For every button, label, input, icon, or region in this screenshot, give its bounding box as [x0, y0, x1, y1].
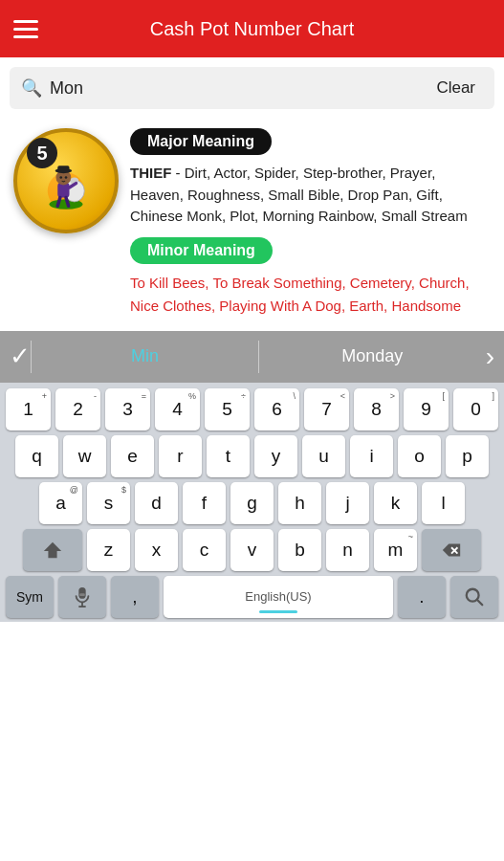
autocomplete-word-monday[interactable]: Monday [259, 346, 486, 366]
key-q[interactable]: q [15, 435, 58, 477]
keyboard: +1 -2 =3 %4 ÷5 \6 <7 >8 [9 ]0 q w e r t … [0, 383, 504, 622]
search-bar: 🔍 Clear [10, 67, 494, 109]
content-area: 5 [0, 119, 504, 327]
key-r[interactable]: r [159, 435, 202, 477]
coin-outer: 5 [13, 128, 119, 233]
backspace-key[interactable] [422, 529, 481, 571]
key-i[interactable]: i [350, 435, 393, 477]
key-t[interactable]: t [207, 435, 250, 477]
svg-rect-15 [78, 586, 85, 598]
key-3[interactable]: =3 [105, 388, 150, 430]
key-x[interactable]: x [135, 529, 178, 571]
key-k[interactable]: k [374, 482, 417, 524]
mic-icon [74, 586, 91, 607]
hamburger-icon[interactable] [13, 20, 38, 38]
key-c[interactable]: c [183, 529, 226, 571]
key-z[interactable]: z [87, 529, 130, 571]
key-e[interactable]: e [111, 435, 154, 477]
bottom-row: Sym , English(US) . [3, 576, 501, 618]
key-d[interactable]: d [135, 482, 178, 524]
major-badge: Major Meaning [130, 128, 272, 155]
shift-icon [42, 540, 63, 561]
key-w[interactable]: w [63, 435, 106, 477]
key-4[interactable]: %4 [155, 388, 200, 430]
key-m[interactable]: ~m [374, 529, 417, 571]
key-1[interactable]: +1 [6, 388, 51, 430]
backspace-icon [441, 541, 462, 559]
major-text: THIEF - Dirt, Actor, Spider, Step-brothe… [130, 163, 491, 228]
app-header: Cash Pot Number Chart [0, 0, 504, 57]
svg-rect-7 [57, 166, 69, 172]
meanings-area: Major Meaning THIEF - Dirt, Actor, Spide… [130, 128, 491, 318]
row2: @a $s d f g h j k l [3, 482, 501, 524]
key-g[interactable]: g [230, 482, 274, 524]
search-action-icon [464, 586, 485, 607]
major-description: - Dirt, Actor, Spider, Step-brother, Pra… [130, 165, 468, 224]
autocomplete-word-min[interactable]: Min [32, 346, 258, 366]
number-row: +1 -2 =3 %4 ÷5 \6 <7 >8 [9 ]0 [3, 388, 501, 430]
major-keyword: THIEF [130, 165, 171, 181]
key-j[interactable]: j [326, 482, 369, 524]
key-n[interactable]: n [326, 529, 369, 571]
key-8[interactable]: >8 [354, 388, 399, 430]
clear-button[interactable]: Clear [428, 75, 483, 101]
header-title: Cash Pot Number Chart [54, 18, 450, 40]
autocomplete-accept[interactable]: ✓ [10, 342, 31, 371]
period-key[interactable]: . [398, 576, 446, 618]
key-s[interactable]: $s [87, 482, 130, 524]
coin-badge: 5 [13, 128, 119, 233]
sym-label: Sym [16, 590, 43, 604]
key-a[interactable]: @a [39, 482, 82, 524]
key-2[interactable]: -2 [55, 388, 100, 430]
key-5[interactable]: ÷5 [205, 388, 250, 430]
key-0[interactable]: ]0 [453, 388, 498, 430]
mic-key[interactable] [58, 576, 106, 618]
coin-number: 5 [27, 138, 57, 168]
key-h[interactable]: h [278, 482, 321, 524]
minor-badge: Minor Meaning [130, 237, 273, 264]
key-f[interactable]: f [183, 482, 226, 524]
key-b[interactable]: b [278, 529, 321, 571]
key-7[interactable]: <7 [304, 388, 349, 430]
key-6[interactable]: \6 [254, 388, 299, 430]
minor-text: To Kill Bees, To Break Something, Cemete… [130, 272, 491, 318]
key-9[interactable]: [9 [404, 388, 449, 430]
search-input[interactable] [50, 78, 428, 99]
language-label: English(US) [245, 589, 311, 604]
row3: z x c v b n ~m [3, 529, 501, 571]
space-key[interactable]: English(US) [164, 576, 393, 618]
svg-line-20 [477, 599, 483, 605]
search-icon: 🔍 [21, 77, 42, 99]
shift-key[interactable] [23, 529, 82, 571]
key-u[interactable]: u [302, 435, 345, 477]
search-action-key[interactable] [450, 576, 498, 618]
autocomplete-bar: ✓ Min Monday › [0, 331, 504, 383]
svg-rect-18 [79, 593, 85, 596]
key-p[interactable]: p [446, 435, 489, 477]
svg-point-12 [65, 176, 68, 179]
svg-point-11 [59, 176, 62, 179]
key-o[interactable]: o [398, 435, 441, 477]
row1: q w e r t y u i o p [3, 435, 501, 477]
key-y[interactable]: y [254, 435, 297, 477]
comma-key[interactable]: , [111, 576, 159, 618]
key-l[interactable]: l [422, 482, 465, 524]
key-v[interactable]: v [230, 529, 274, 571]
autocomplete-chevron[interactable]: › [486, 342, 494, 372]
sym-key[interactable]: Sym [6, 576, 54, 618]
